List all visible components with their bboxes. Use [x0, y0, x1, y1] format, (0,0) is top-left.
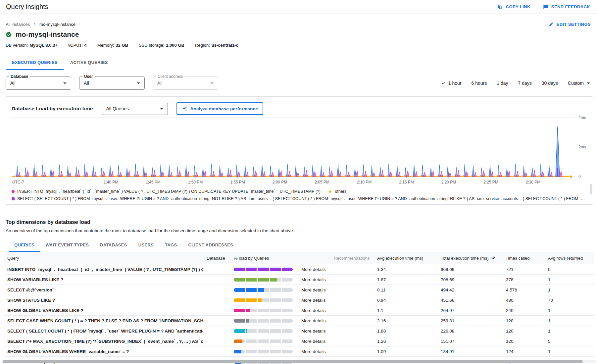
column-header-database: Database: [203, 256, 230, 261]
column-header-total-execution-time-ms-[interactable]: Total execution time (ms): [438, 255, 503, 261]
more-details-link[interactable]: More details: [301, 349, 326, 354]
more-details-link[interactable]: More details: [301, 308, 326, 313]
chevron-down-icon: [160, 108, 163, 110]
time-option-1-day[interactable]: 1 day: [497, 80, 508, 86]
load-bar-segment: [234, 350, 245, 353]
meta-value: 32 GB: [116, 43, 128, 48]
svg-text:0: 0: [578, 174, 581, 179]
query-cell: SELECT ( SELECT COUNT ( * ) FROM `mysql`…: [4, 329, 203, 334]
dimension-tab-users[interactable]: USERS: [133, 238, 159, 252]
instance-meta-item: vCPUs:4: [68, 43, 87, 48]
edit-settings-label: EDIT SETTINGS: [557, 22, 591, 27]
legend-entry: INSERT INTO `mysql` . `heartbeat` ( `id`…: [12, 189, 321, 194]
svg-text:4ms: 4ms: [578, 116, 586, 120]
load-bar-segment: [234, 288, 245, 292]
more-details-link[interactable]: More details: [301, 318, 326, 323]
time-option-custom[interactable]: Custom: [568, 80, 590, 86]
load-cell: More details: [230, 267, 331, 272]
more-details-link[interactable]: More details: [301, 329, 326, 334]
time-option-label: 1 day: [497, 80, 508, 86]
table-row: SHOW GLOBAL VARIABLES WHERE `variable_na…: [4, 346, 594, 357]
load-cell: More details: [230, 329, 331, 334]
load-bar-segment: [258, 350, 269, 353]
times-called-cell: 378: [503, 277, 545, 282]
copy-link-button[interactable]: COPY LINK: [498, 4, 530, 10]
svg-text:2:05 PM: 2:05 PM: [315, 180, 329, 184]
instance-meta-item: SSD storage:1,000 GB: [139, 43, 184, 48]
load-cell: More details: [230, 277, 331, 282]
time-option-30-days[interactable]: 30 days: [542, 80, 558, 86]
more-details-link[interactable]: More details: [301, 277, 326, 282]
dimension-tab-queries[interactable]: QUERIES: [9, 238, 40, 252]
horizontal-scrollbar-track: [2, 360, 596, 363]
load-bar-segment: [270, 268, 281, 271]
column-header-label: Recommendations: [334, 256, 370, 261]
sparkle-icon: [182, 106, 187, 112]
chevron-right-icon: [33, 23, 36, 26]
more-details-link[interactable]: More details: [301, 287, 326, 292]
load-bar-segment: [246, 278, 257, 282]
load-bar: [234, 278, 293, 282]
breadcrumb-all-instances[interactable]: All instances: [6, 22, 30, 27]
dimension-tab-client-addresses[interactable]: CLIENT ADDRESSES: [182, 238, 239, 252]
more-details-link[interactable]: More details: [301, 339, 326, 344]
svg-text:1:45 PM: 1:45 PM: [146, 180, 161, 184]
time-option-1-hour[interactable]: 1 hour: [441, 80, 462, 86]
load-bar-segment: [234, 339, 245, 343]
page-title: Query insights: [6, 3, 48, 11]
svg-text:UTC-7: UTC-7: [12, 180, 24, 184]
column-header-avg-rows-returned: Avg rows returned: [545, 256, 594, 261]
load-bar-segment: [270, 309, 281, 312]
column-header-times-called: Times called: [503, 256, 545, 261]
table-row: SHOW STATUS LIKE ?More details0.94451.66…: [4, 295, 594, 305]
edit-settings-button[interactable]: EDIT SETTINGS: [549, 22, 591, 27]
dimension-tab-databases[interactable]: DATABASES: [94, 238, 133, 252]
send-feedback-button[interactable]: SEND FEEDBACK: [543, 4, 590, 10]
svg-text:2:25 PM: 2:25 PM: [483, 180, 498, 184]
instance-meta-item: DB version:MySQL 8.0.37: [6, 43, 58, 48]
filter-label: User: [82, 74, 95, 79]
analyze-database-performance-button[interactable]: Analyze database performance: [176, 102, 263, 115]
svg-text:2ms: 2ms: [578, 145, 586, 149]
avg-rows-returned-cell: 1: [545, 349, 594, 354]
load-bar-segment: [282, 339, 293, 343]
more-details-link[interactable]: More details: [301, 298, 326, 303]
load-bar-segment: [282, 350, 293, 353]
horizontal-scrollbar-thumb[interactable]: [3, 360, 583, 363]
column-header-label: Avg execution time (ms): [377, 256, 423, 261]
column-header-avg-execution-time-ms-: Avg execution time (ms): [374, 256, 438, 261]
load-bar-segment: [246, 339, 257, 343]
filter-database[interactable]: DatabaseAll: [6, 77, 71, 90]
time-option-label: 7 days: [518, 80, 531, 86]
legend-scrollbar[interactable]: [590, 184, 592, 194]
chart-title: Database Load by execution time: [12, 106, 93, 112]
time-option-7-days[interactable]: 7 days: [518, 80, 531, 86]
load-bar-segment: [282, 319, 293, 323]
load-bar-segment: [258, 278, 269, 282]
tab-executed-queries[interactable]: EXECUTED QUERIES: [6, 55, 64, 70]
total-execution-time-cell: 708.69: [438, 277, 503, 282]
time-option-6-hours[interactable]: 6 hours: [472, 80, 487, 86]
avg-rows-returned-cell: 0: [545, 267, 594, 272]
legend-square-marker: [12, 197, 15, 200]
legend-text: others: [335, 189, 347, 194]
time-range-selector: 1 hour6 hours1 day7 days30 daysCustom: [441, 80, 590, 86]
dimension-tab-wait-event-types[interactable]: WAIT EVENT TYPES: [40, 238, 94, 252]
load-bar: [234, 339, 293, 343]
more-details-link[interactable]: More details: [301, 267, 326, 272]
dimension-tab-tags[interactable]: TAGS: [159, 238, 182, 252]
filter-user[interactable]: UserAll: [79, 77, 145, 90]
avg-rows-returned-cell: 1: [545, 318, 594, 323]
filter-label: Client address: [156, 74, 185, 79]
main-tabs: EXECUTED QUERIESACTIVE QUERIES: [4, 55, 594, 70]
database-load-chart-svg: 4ms2ms01:40 PM1:45 PM1:50 PM1:55 PM2:00 …: [12, 116, 589, 185]
instance-meta-item: Memory:32 GB: [97, 43, 128, 48]
tab-active-queries[interactable]: ACTIVE QUERIES: [64, 55, 114, 70]
table-row: INSERT INTO `mysql` . `heartbeat` ( `id`…: [4, 264, 594, 275]
legend-text: INSERT INTO `mysql` . `heartbeat` ( `id`…: [17, 189, 321, 194]
load-bar-segment: [270, 298, 281, 302]
load-bar-segment: [234, 309, 245, 312]
query-filter-select[interactable]: All Queries: [102, 103, 168, 115]
send-feedback-label: SEND FEEDBACK: [551, 4, 590, 9]
times-called-cell: 721: [503, 267, 545, 272]
